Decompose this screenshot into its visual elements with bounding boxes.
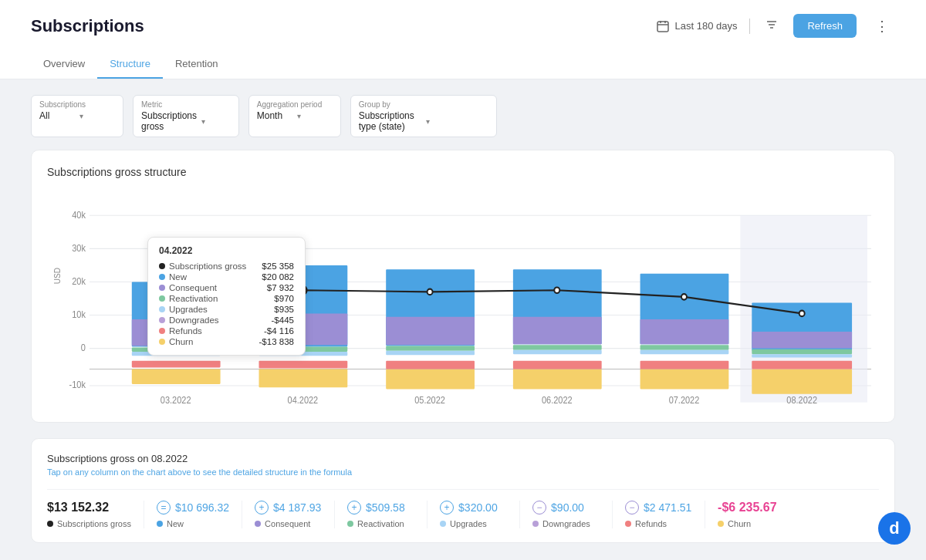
refunds-legend-dot xyxy=(625,521,631,527)
downgrades-legend: Downgrades xyxy=(532,519,590,528)
chart-area[interactable]: USD 40k 30k 20k 10k 0 -10k xyxy=(47,191,879,407)
aggregation-filter-value: Month ▾ xyxy=(257,110,333,121)
downgrades-legend-dot xyxy=(532,521,539,527)
filter-icon xyxy=(765,19,778,31)
tooltip-dot-gross: Subscriptions gross xyxy=(159,261,246,271)
churn-legend-dot xyxy=(718,521,724,527)
svg-rect-25 xyxy=(259,369,347,388)
refresh-button[interactable]: Refresh xyxy=(793,14,857,38)
tooltip-row-downgrades: Downgrades -$445 xyxy=(159,315,294,326)
svg-rect-41 xyxy=(640,345,729,349)
metric-refunds-value: $2 471.51 xyxy=(644,501,691,514)
tooltip-row-refunds: Refunds -$4 116 xyxy=(159,326,294,336)
svg-rect-32 xyxy=(386,361,475,369)
reactivation-legend: Reactivation xyxy=(347,519,404,528)
svg-text:08.2022: 08.2022 xyxy=(786,395,817,404)
tooltip-row-reactivation: Reactivation $970 xyxy=(159,293,294,304)
svg-rect-36 xyxy=(513,350,602,354)
svg-rect-29 xyxy=(386,346,475,350)
metric-caret: ▾ xyxy=(201,117,231,126)
op-plus-upgrades: + xyxy=(440,501,454,514)
upgrades-legend: Upgrades xyxy=(440,519,487,528)
tab-overview[interactable]: Overview xyxy=(31,50,97,79)
tabs: Overview Structure Retention xyxy=(31,50,895,79)
metric-consequent-with-op: + $4 187.93 xyxy=(255,501,321,514)
tooltip-dot-downgrades: Downgrades xyxy=(159,315,219,325)
subscriptions-caret: ▾ xyxy=(79,112,115,120)
bottom-subtitle: Tap on any column on the chart above to … xyxy=(47,467,879,477)
svg-rect-40 xyxy=(640,319,729,344)
svg-rect-42 xyxy=(640,350,729,354)
svg-rect-46 xyxy=(752,332,852,349)
metric-upgrades-with-op: + $320.00 xyxy=(440,501,498,514)
svg-text:40k: 40k xyxy=(72,210,86,219)
metric-reactivation: + $509.58 Reactivation xyxy=(335,501,428,528)
groupby-filter[interactable]: Group by Subscriptions type (state) ▾ xyxy=(350,95,497,137)
metric-reactivation-with-op: + $509.58 xyxy=(347,501,405,514)
filters-row: Subscriptions All ▾ Metric Subscriptions… xyxy=(31,95,895,137)
y-axis-label: USD xyxy=(53,268,62,284)
svg-text:07.2022: 07.2022 xyxy=(669,395,700,404)
metric-upgrades-value: $320.00 xyxy=(458,501,498,514)
svg-text:10k: 10k xyxy=(72,309,86,319)
svg-rect-34 xyxy=(513,317,602,345)
more-button[interactable]: ⋮ xyxy=(869,15,895,38)
consequent-legend-label: Consequent xyxy=(265,519,310,528)
churn-legend-label: Churn xyxy=(728,519,751,528)
metric-filter[interactable]: Metric Subscriptions gross ▾ xyxy=(133,95,239,137)
new-legend-label: New xyxy=(167,519,184,528)
metric-new-with-op: = $10 696.32 xyxy=(157,501,229,514)
brand-icon: d xyxy=(878,512,911,545)
svg-rect-31 xyxy=(386,369,475,390)
tab-structure[interactable]: Structure xyxy=(97,50,163,79)
subscriptions-filter[interactable]: Subscriptions All ▾ xyxy=(31,95,123,137)
metric-refunds-with-op: − $2 471.51 xyxy=(625,501,691,514)
filter-button[interactable] xyxy=(762,15,781,36)
new-legend: New xyxy=(157,519,184,528)
page-title: Subscriptions xyxy=(31,16,144,36)
chart-title: Subscriptions gross structure xyxy=(47,166,879,178)
tooltip-row-churn: Churn -$13 838 xyxy=(159,336,294,347)
metric-consequent-value: $4 187.93 xyxy=(273,501,321,514)
tab-retention[interactable]: Retention xyxy=(163,50,231,79)
svg-text:-10k: -10k xyxy=(69,380,86,390)
op-minus-downgrades: − xyxy=(532,501,546,514)
metric-consequent: + $4 187.93 Consequent xyxy=(242,501,335,528)
bottom-section: Subscriptions gross on 08.2022 Tap on an… xyxy=(31,438,895,543)
svg-point-56 xyxy=(799,311,805,317)
chart-tooltip: 04.2022 Subscriptions gross $25 358 New xyxy=(147,237,306,356)
downgrades-legend-label: Downgrades xyxy=(542,519,590,528)
consequent-legend: Consequent xyxy=(255,519,310,528)
aggregation-filter[interactable]: Aggregation period Month ▾ xyxy=(248,95,341,137)
svg-point-54 xyxy=(554,287,559,293)
metric-downgrades: − $90.00 Downgrades xyxy=(520,501,613,528)
tooltip-row-upgrades: Upgrades $935 xyxy=(159,304,294,315)
svg-text:20k: 20k xyxy=(72,276,86,285)
svg-text:05.2022: 05.2022 xyxy=(414,395,445,404)
tooltip-row-new: New $20 082 xyxy=(159,272,294,282)
consequent-legend-dot xyxy=(255,521,261,527)
svg-text:30k: 30k xyxy=(72,243,86,252)
main-legend: Subscriptions gross xyxy=(47,519,131,528)
svg-point-53 xyxy=(428,289,433,295)
tooltip-row-consequent: Consequent $7 932 xyxy=(159,282,294,293)
main-legend-dot xyxy=(47,521,53,527)
header-actions: Last 180 days Refresh ⋮ xyxy=(657,14,895,38)
header: Subscriptions Last 180 days Refresh ⋮ xyxy=(0,0,926,79)
svg-rect-48 xyxy=(752,354,852,357)
new-legend-dot xyxy=(157,521,163,527)
metrics-row: $13 152.32 Subscriptions gross = $10 696… xyxy=(47,489,879,528)
upgrades-legend-label: Upgrades xyxy=(450,519,487,528)
reactivation-legend-label: Reactivation xyxy=(357,519,404,528)
tooltip-row-gross: Subscriptions gross $25 358 xyxy=(159,261,294,272)
tooltip-date: 04.2022 xyxy=(159,245,294,256)
date-range: Last 180 days xyxy=(657,20,738,32)
page: Subscriptions Last 180 days Refresh ⋮ xyxy=(0,0,926,560)
metric-churn: -$6 235.67 Churn xyxy=(705,501,798,528)
op-equals: = xyxy=(157,501,171,514)
tooltip-dot-churn: Churn xyxy=(159,337,193,346)
content: Subscriptions All ▾ Metric Subscriptions… xyxy=(0,79,926,558)
svg-rect-38 xyxy=(513,361,602,369)
svg-rect-37 xyxy=(513,369,602,390)
tooltip-dot-new: New xyxy=(159,272,187,282)
